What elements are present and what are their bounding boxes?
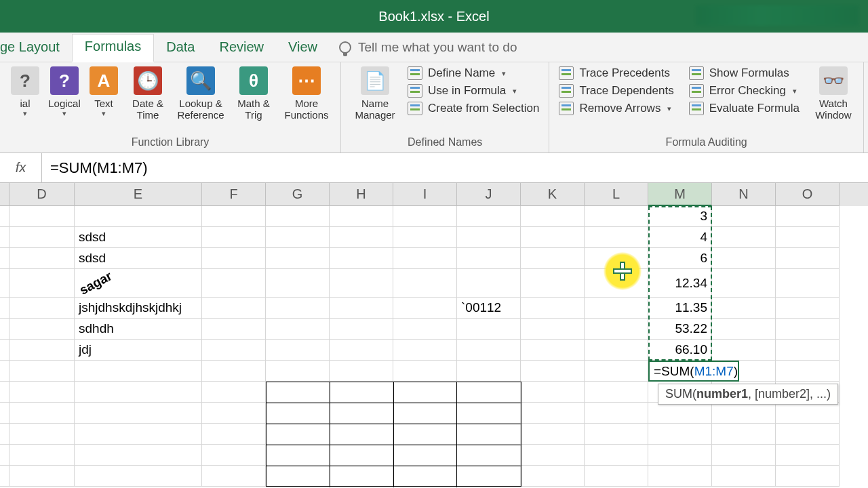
grid-body[interactable]: 3 sdsd 4 sdsd 6 sagar 12.34 (0, 206, 868, 488)
col-header-N[interactable]: N (712, 183, 776, 206)
cell-M7[interactable]: 66.10 (648, 340, 712, 361)
col-header-I[interactable]: I (393, 183, 457, 206)
cell-M3[interactable]: 6 (648, 248, 712, 269)
chevron-down-icon: ▾ (62, 109, 66, 118)
sheet-corner[interactable] (0, 183, 9, 206)
clock-icon: 🕒 (134, 66, 162, 95)
title-bar: Book1.xlsx - Excel (0, 0, 868, 33)
col-header-L[interactable]: L (585, 183, 648, 206)
col-header-D[interactable]: D (9, 183, 75, 206)
cell-E5[interactable]: jshjdhskdjhskjdhkj (75, 298, 202, 319)
group-calculation-partial: ⚙ Cal Op (864, 62, 868, 152)
function-arguments-tooltip: SUM(number1, [number2], ...) (658, 384, 838, 405)
window-title: Book1.xlsx - Excel (378, 9, 489, 24)
tell-me-search[interactable]: Tell me what you want to do (330, 40, 526, 62)
worksheet[interactable]: D E F G H I J K L M N O 3 sdsd 4 (0, 183, 868, 488)
evaluate-formula-button[interactable]: Evaluate Formula (689, 102, 800, 115)
fn-logical[interactable]: ? Logical ▾ (45, 65, 84, 118)
col-header-M[interactable]: M (648, 183, 712, 206)
group-title-function-library: Function Library (5, 135, 335, 151)
cell-E6[interactable]: sdhdh (75, 319, 202, 340)
more-icon: ⋯ (292, 66, 321, 95)
use-in-formula-button[interactable]: Use in Formula▾ (408, 84, 539, 98)
col-header-H[interactable]: H (330, 183, 393, 206)
grid-row: 3 (0, 206, 868, 227)
column-headers: D E F G H I J K L M N O (0, 183, 868, 206)
name-manager-button[interactable]: 📄 Name Manager (347, 65, 403, 121)
col-header-K[interactable]: K (521, 183, 585, 206)
group-defined-names: 📄 Name Manager Define Name▾ Use in Formu… (341, 62, 549, 152)
cell-E7[interactable]: jdj (75, 340, 202, 361)
col-header-E[interactable]: E (75, 183, 202, 206)
cell-E2[interactable]: sdsd (75, 227, 202, 248)
tag-icon (408, 66, 422, 80)
grid-row: sagar 12.34 (0, 269, 868, 298)
chevron-down-icon: ▾ (793, 87, 797, 96)
fn-math-trig[interactable]: θ Math & Trig (229, 65, 278, 121)
cell-J5[interactable]: `00112 (457, 298, 521, 319)
show-formulas-button[interactable]: Show Formulas (689, 66, 800, 80)
chevron-down-icon: ▾ (513, 87, 517, 96)
grid-row: sdsd 4 (0, 227, 868, 248)
col-header-O[interactable]: O (776, 183, 840, 206)
arrow-icon (559, 66, 574, 80)
name-manager-icon: 📄 (361, 66, 389, 95)
grid-row: sdsd 6 (0, 248, 868, 269)
eval-icon (689, 102, 704, 115)
col-header-F[interactable]: F (202, 183, 266, 206)
ribbon-tabs: ge Layout Formulas Data Review View Tell… (0, 33, 868, 62)
tab-data[interactable]: Data (154, 35, 207, 62)
grid-row: jshjdhskdjhskjdhkj `00112 11.35 (0, 298, 868, 319)
fn-text[interactable]: A Text ▾ (84, 65, 123, 118)
bordered-table (266, 382, 521, 487)
define-name-button[interactable]: Define Name▾ (408, 66, 539, 80)
grid-icon (408, 102, 422, 115)
watch-icon: 👓 (819, 66, 848, 95)
cell-E3[interactable]: sdsd (75, 248, 202, 269)
text-icon: A (90, 66, 118, 95)
cell-M4[interactable]: 12.34 (648, 269, 712, 298)
eraser-icon (559, 102, 574, 115)
editing-cell-overlay[interactable]: =SUM(M1:M7) (648, 361, 739, 382)
warning-icon (689, 84, 704, 98)
trace-dependents-button[interactable]: Trace Dependents (559, 84, 673, 98)
fn-financial-partial[interactable]: ? ial ▾ (5, 65, 45, 118)
cell-E4[interactable]: sagar (75, 269, 202, 298)
chevron-down-icon: ▾ (502, 69, 506, 78)
cell-M1[interactable]: 3 (648, 206, 712, 227)
tab-review[interactable]: Review (207, 35, 276, 62)
remove-arrows-button[interactable]: Remove Arrows▾ (559, 102, 673, 115)
chevron-down-icon: ▾ (23, 109, 27, 118)
cell-E1[interactable] (75, 206, 202, 227)
fx-button[interactable]: fx (0, 153, 42, 182)
formula-icon (689, 66, 704, 80)
chevron-down-icon: ▾ (667, 104, 671, 113)
cell-D1[interactable] (9, 206, 75, 227)
tell-me-placeholder: Tell me what you want to do (358, 40, 517, 55)
watch-window-button[interactable]: 👓 Watch Window (809, 65, 858, 121)
title-right-blur (696, 5, 859, 26)
cell-M5[interactable]: 11.35 (648, 298, 712, 319)
tab-page-layout-partial[interactable]: ge Layout (0, 35, 72, 62)
col-header-J[interactable]: J (457, 183, 521, 206)
group-title-defined-names: Defined Names (347, 135, 543, 151)
group-title-formula-auditing: Formula Auditing (555, 135, 857, 151)
tab-formulas[interactable]: Formulas (72, 34, 154, 62)
function-icon: ? (11, 66, 39, 95)
fn-lookup-reference[interactable]: 🔍 Lookup & Reference (172, 65, 229, 121)
create-from-selection-button[interactable]: Create from Selection (408, 102, 539, 115)
fn-more-functions[interactable]: ⋯ More Functions (278, 65, 335, 121)
error-checking-button[interactable]: Error Checking▾ (689, 84, 800, 98)
arrow-icon (559, 84, 574, 98)
tab-view[interactable]: View (276, 35, 330, 62)
col-header-G[interactable]: G (266, 183, 330, 206)
cell-M6[interactable]: 53.22 (648, 319, 712, 340)
cell-M2[interactable]: 4 (648, 227, 712, 248)
formula-input[interactable]: =SUM(M1:M7) (42, 157, 868, 180)
grid-row: jdj 66.10 (0, 340, 868, 361)
lookup-icon: 🔍 (186, 66, 215, 95)
fn-date-time[interactable]: 🕒 Date & Time (123, 65, 172, 121)
group-function-library: ? ial ▾ ? Logical ▾ A Text ▾ 🕒 Date & Ti… (0, 62, 341, 152)
trace-precedents-button[interactable]: Trace Precedents (559, 66, 673, 80)
highlight-cursor-icon (604, 252, 642, 290)
